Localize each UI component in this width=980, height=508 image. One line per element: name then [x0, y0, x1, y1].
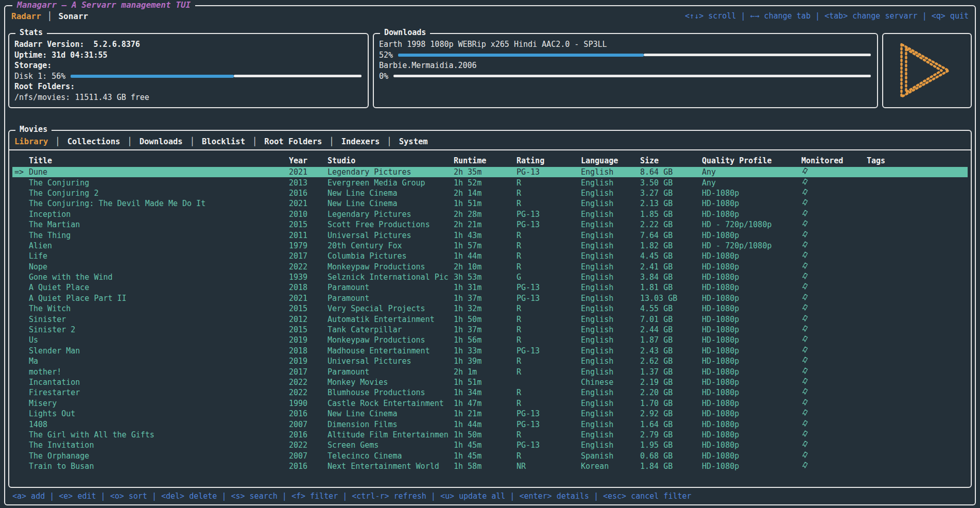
movie-quality-profile: HD-1080p: [702, 420, 801, 429]
movie-quality-profile: HD-1080p: [702, 357, 801, 366]
downloads-list: Earth 1998 1080p WEBRip x265 Hindi AAC2.…: [379, 39, 871, 81]
keybinding-separator: |: [736, 11, 750, 21]
movie-row-29[interactable]: Train to Busan2016Next Entertainment Wor…: [12, 461, 968, 471]
movie-rating: R: [517, 315, 581, 324]
movie-runtime: 2h 28m: [454, 210, 517, 219]
movie-runtime: 1h 21m: [454, 409, 517, 418]
movie-row-2[interactable]: The Conjuring2013Evergreen Media Group1h…: [12, 177, 968, 188]
movie-row-4[interactable]: The Conjuring: The Devil Made Me Do It20…: [12, 198, 968, 209]
movies-panel: Movies Library│Collections│Downloads│Blo…: [8, 130, 972, 488]
movie-monitored: [801, 377, 867, 387]
movie-row-8[interactable]: Alien197920th Century Fox1h 57mREnglish1…: [12, 241, 968, 251]
movie-year: 1990: [289, 399, 328, 408]
movie-language: English: [581, 441, 640, 450]
movies-tab-system[interactable]: System: [399, 137, 428, 146]
movie-size: 7.01 GB: [640, 315, 702, 324]
movie-row-22[interactable]: Firestarter2022Blumhouse Productions1h 3…: [12, 387, 968, 398]
column-header-monitored: Monitored: [801, 156, 867, 165]
status-row: Stats Radarr Version: 5.2.6.8376 Uptime:…: [8, 33, 972, 108]
movie-runtime: 1h 37m: [454, 325, 517, 334]
movie-row-6[interactable]: The Martian2015Scott Free Productions2h …: [12, 219, 968, 230]
movie-row-18[interactable]: Slender Man2018Madhouse Entertainment1h …: [12, 346, 968, 356]
movie-row-16[interactable]: Sinister 22015Tank Caterpillar1h 37mREng…: [12, 325, 968, 335]
download-progress-row: 52%: [379, 50, 871, 61]
disk-usage-gauge: [71, 75, 362, 78]
movie-rating: R: [517, 189, 581, 198]
movies-tab-root-folders[interactable]: Root Folders: [264, 137, 322, 146]
movie-row-7[interactable]: The Thing2011Universal Pictures1h 43mREn…: [12, 230, 968, 240]
movie-runtime: 2h 1m: [454, 367, 517, 377]
radarr-version: Radarr Version: 5.2.6.8376: [14, 39, 362, 50]
movie-row-17[interactable]: Us2019Monkeypaw Productions1h 56mREnglis…: [12, 335, 968, 345]
movie-row-24[interactable]: Lights Out2016New Line Cinema1h 21mPG-13…: [12, 409, 968, 419]
movie-monitored: [801, 367, 867, 377]
movies-tab-library[interactable]: Library: [14, 137, 48, 146]
movie-year: 2022: [289, 388, 328, 397]
movies-tab-downloads[interactable]: Downloads: [140, 137, 183, 146]
keybinding-separator: |: [45, 492, 59, 501]
library-hint-cancel-filter: <esc> cancel filter: [603, 492, 692, 501]
movie-row-3[interactable]: The Conjuring 22016New Line Cinema2h 14m…: [12, 188, 968, 198]
movie-row-13[interactable]: A Quiet Place Part II2021Paramount1h 37m…: [12, 293, 968, 303]
movie-row-15[interactable]: Sinister2012Automatik Entertainment1h 50…: [12, 314, 968, 324]
movie-monitored: [801, 440, 867, 450]
movie-row-1[interactable]: =>Dune2021Legendary Pictures2h 35mPG-13E…: [12, 167, 968, 177]
movie-rating: R: [517, 231, 581, 240]
download-percent-label: 0%: [379, 72, 388, 81]
movies-tab-blocklist[interactable]: Blocklist: [202, 137, 245, 146]
movies-tab-collections[interactable]: Collections: [67, 137, 121, 146]
movie-size: 1.84 GB: [640, 462, 702, 471]
movie-row-9[interactable]: Life2017Columbia Pictures1h 44mREnglish4…: [12, 251, 968, 261]
movie-runtime: 1h 44m: [454, 420, 517, 429]
movie-rating: NR: [517, 462, 581, 471]
movie-row-26[interactable]: The Girl with All the Gifts2016Altitude …: [12, 430, 968, 440]
monitored-bookmark-icon: [801, 419, 809, 428]
movie-quality-profile: HD-1080p: [702, 199, 801, 208]
movie-language: English: [581, 251, 640, 261]
movie-size: 2.92 GB: [640, 409, 702, 418]
global-hint-change-tab: ←→ change tab: [750, 11, 811, 21]
movie-row-27[interactable]: The Invitation2022Screen Gems1h 45mPG-13…: [12, 440, 968, 450]
movie-quality-profile: HD-1080p: [702, 262, 801, 272]
movies-tab-indexers[interactable]: Indexers: [341, 137, 380, 146]
download-item-name: Barbie.Mermaidia.2006: [379, 60, 871, 71]
logo-panel: [882, 33, 972, 108]
movie-year: 2010: [289, 210, 328, 219]
servarr-tab-sonarr[interactable]: Sonarr: [58, 11, 88, 21]
movie-monitored: [801, 356, 867, 366]
movie-year: 2011: [289, 231, 328, 240]
movie-studio: Telecinco Cinema: [328, 451, 454, 461]
movie-studio: Madhouse Entertainment: [328, 346, 454, 355]
movie-runtime: 1h 50m: [454, 430, 517, 439]
monitored-bookmark-icon: [801, 209, 809, 217]
monitored-bookmark-icon: [801, 398, 809, 407]
movie-title: Sinister 2: [29, 325, 289, 334]
movie-quality-profile: Any: [702, 178, 801, 188]
movie-row-5[interactable]: Inception2010Legendary Pictures2h 28mPG-…: [12, 209, 968, 219]
movie-row-12[interactable]: A Quiet Place2018Paramount1h 31mPG-13Eng…: [12, 282, 968, 293]
movie-row-23[interactable]: Misery1990Castle Rock Entertainment1h 47…: [12, 398, 968, 409]
movie-size: 2.20 GB: [640, 388, 702, 397]
movie-language: English: [581, 189, 640, 198]
movie-row-14[interactable]: The Witch2015Very Special Projects1h 32m…: [12, 303, 968, 314]
movie-studio: Monkeypaw Productions: [328, 262, 454, 272]
movie-studio: Automatik Entertainment: [328, 315, 454, 324]
movie-language: English: [581, 388, 640, 397]
movie-row-28[interactable]: The Orphanage2007Telecinco Cinema1h 45mR…: [12, 451, 968, 461]
tab-separator: │: [55, 137, 60, 146]
movie-row-21[interactable]: Incantation2022Monkey Movies1h 51mChines…: [12, 377, 968, 387]
monitored-bookmark-icon: [801, 188, 809, 196]
movie-row-10[interactable]: Nope2022Monkeypaw Productions2h 10mREngl…: [12, 262, 968, 272]
movie-row-25[interactable]: 14082007Dimension Films1h 44mPG-13Englis…: [12, 419, 968, 429]
movie-size: 1.37 GB: [640, 367, 702, 377]
movie-row-20[interactable]: mother!2017Paramount2h 1mREnglish1.37 GB…: [12, 366, 968, 377]
movie-size: 4.55 GB: [640, 304, 702, 313]
movie-title: Incantation: [29, 378, 289, 387]
movie-row-19[interactable]: Ma2019Universal Pictures1h 39mREnglish2.…: [12, 356, 968, 366]
column-header-rating: Rating: [517, 156, 581, 165]
stats-panel-title: Stats: [15, 28, 47, 37]
movie-language: English: [581, 409, 640, 418]
movie-row-11[interactable]: Gone with the Wind1939Selznick Internati…: [12, 272, 968, 282]
movie-quality-profile: HD-1080p: [702, 335, 801, 345]
servarr-tab-radarr[interactable]: Radarr: [11, 11, 41, 21]
